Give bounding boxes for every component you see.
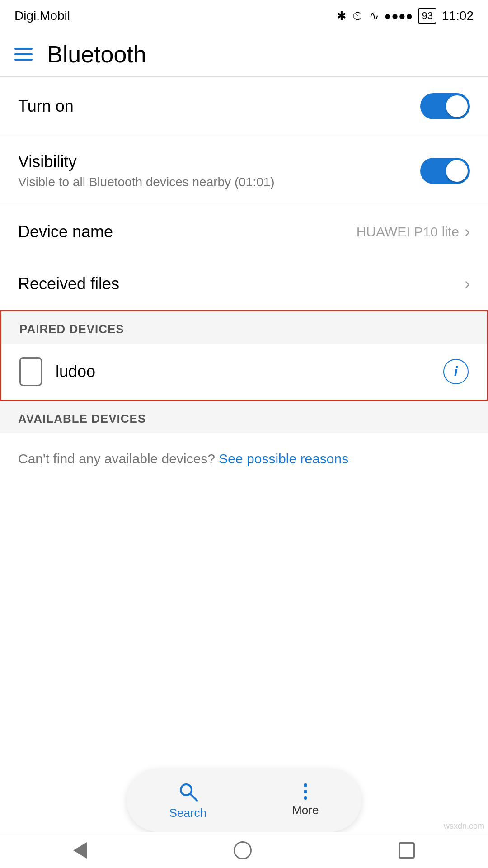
- visibility-sublabel: Visible to all Bluetooth devices nearby …: [18, 175, 275, 189]
- recents-button[interactable]: [399, 842, 415, 859]
- bottom-nav-bar: Search More: [127, 769, 361, 832]
- svg-line-1: [191, 794, 197, 801]
- back-button[interactable]: [73, 842, 87, 859]
- system-nav-bar: [0, 832, 488, 868]
- svg-point-0: [181, 784, 192, 795]
- available-devices-section: AVAILABLE DEVICES Can't find any availab…: [0, 401, 488, 485]
- visibility-toggle-knob: [446, 160, 468, 182]
- phone-device-icon: [19, 357, 42, 386]
- more-icon: [304, 783, 307, 800]
- app-header: Bluetooth: [0, 32, 488, 77]
- time-label: 11:02: [442, 9, 474, 23]
- search-nav-item[interactable]: Search: [151, 781, 225, 820]
- see-possible-reasons-link[interactable]: See possible reasons: [219, 451, 348, 466]
- more-nav-item[interactable]: More: [274, 783, 337, 817]
- received-files-row[interactable]: Received files ›: [0, 258, 488, 310]
- search-icon: [177, 781, 199, 802]
- visibility-toggle[interactable]: [420, 158, 470, 184]
- more-nav-label: More: [292, 803, 319, 817]
- alarm-icon: ⏲: [352, 9, 364, 23]
- paired-device-row[interactable]: ludoo i: [1, 344, 487, 400]
- device-name-value: HUAWEI P10 lite: [357, 224, 459, 240]
- status-bar: Digi.Mobil ✱ ⏲ ∿ ●●●● 93 11:02: [0, 0, 488, 32]
- status-icons: ✱ ⏲ ∿ ●●●● 93 11:02: [337, 8, 474, 24]
- available-devices-header: AVAILABLE DEVICES: [0, 401, 488, 433]
- paired-devices-header: PAIRED DEVICES: [1, 311, 487, 344]
- home-button[interactable]: [234, 841, 252, 859]
- wifi-icon: ∿: [369, 9, 379, 23]
- bluetooth-status-icon: ✱: [337, 9, 347, 23]
- menu-button[interactable]: [14, 48, 33, 61]
- paired-devices-section: PAIRED DEVICES ludoo i: [0, 310, 488, 401]
- battery-indicator: 93: [418, 8, 436, 24]
- turn-on-label: Turn on: [18, 97, 74, 116]
- paired-device-name: ludoo: [56, 362, 430, 381]
- home-icon: [234, 841, 252, 859]
- device-name-chevron: ›: [465, 222, 470, 241]
- signal-icon: ●●●●: [385, 9, 413, 23]
- device-info-button[interactable]: i: [443, 359, 469, 384]
- turn-on-toggle[interactable]: [420, 93, 470, 119]
- received-files-chevron: ›: [465, 274, 470, 293]
- page-title: Bluetooth: [47, 41, 146, 68]
- cant-find-text: Can't find any available devices?: [18, 451, 215, 466]
- visibility-label: Visibility: [18, 152, 275, 171]
- carrier-label: Digi.Mobil: [14, 9, 70, 23]
- watermark: wsxdn.com: [444, 821, 484, 831]
- visibility-row[interactable]: Visibility Visible to all Bluetooth devi…: [0, 136, 488, 206]
- recents-icon: [399, 842, 415, 859]
- device-name-row[interactable]: Device name HUAWEI P10 lite ›: [0, 206, 488, 258]
- available-devices-title: AVAILABLE DEVICES: [18, 412, 146, 425]
- turn-on-row[interactable]: Turn on: [0, 77, 488, 136]
- cant-find-message: Can't find any available devices? See po…: [0, 433, 488, 485]
- device-name-label: Device name: [18, 222, 113, 241]
- search-nav-label: Search: [169, 806, 206, 820]
- received-files-label: Received files: [18, 274, 119, 293]
- toggle-knob: [446, 95, 468, 117]
- back-icon: [73, 842, 87, 859]
- paired-devices-title: PAIRED DEVICES: [19, 322, 124, 336]
